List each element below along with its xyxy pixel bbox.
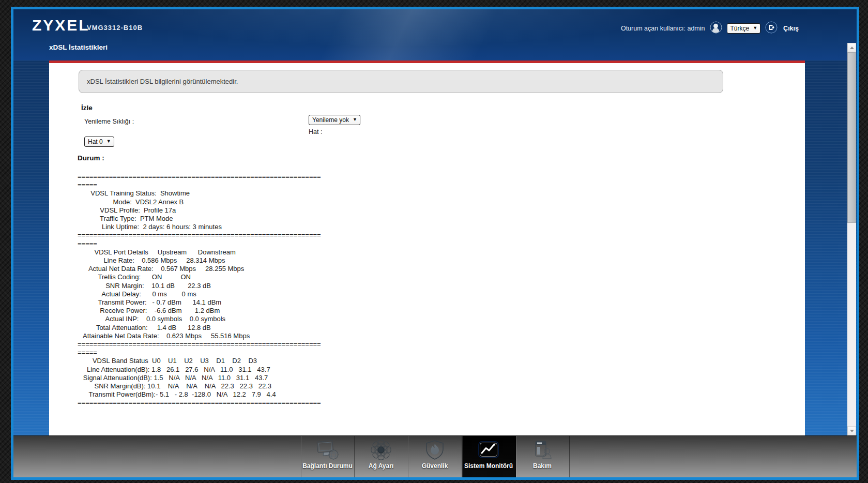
logout-icon[interactable] — [765, 21, 778, 36]
nav-item-label: Bakım — [533, 462, 552, 470]
nav-item-network-setting[interactable]: Ağ Ayarı — [355, 436, 408, 477]
refresh-interval-select[interactable]: Yenileme yok ▼ — [309, 115, 360, 125]
arrow-down-icon — [850, 430, 854, 432]
status-line: ========================================… — [78, 173, 321, 181]
nav-item-label: Güvenlik — [422, 462, 448, 470]
security-icon — [424, 439, 445, 461]
scroll-up-button[interactable] — [847, 43, 856, 52]
nav-item-connection-status[interactable]: Bağlantı Durumu — [301, 436, 355, 477]
top-header: ZYXEL VMG3312-B10B Oturum açan kullanıcı… — [13, 9, 857, 61]
status-line: ========================================… — [78, 231, 321, 239]
line-select-value: Hat 0 — [88, 138, 103, 145]
status-line: Actual INP: 0.0 symbols 0.0 symbols — [78, 315, 321, 323]
refresh-interval-label: Yenileme Sıklığı : — [84, 118, 134, 125]
nav-item-system-monitor[interactable]: Sistem Monitörü — [462, 436, 516, 477]
chevron-down-icon: ▼ — [753, 26, 757, 31]
connection-status-icon — [316, 439, 340, 461]
bottom-navigation-bar: Bağlantı Durumu Ağ Ayarı Güvenlik — [13, 435, 857, 477]
content-panel: xDSL İstatistikleri DSL bilgilerini görü… — [49, 63, 805, 435]
status-line: SNR Margin(dB): 10.1 N/A N/A N/A 22.3 22… — [78, 382, 321, 390]
status-line: Transmit Power(dBm):- 5.1 - 2.8 -128.0 N… — [78, 390, 321, 399]
status-line: Mode: VDSL2 Annex B — [78, 198, 321, 206]
status-line: Traffic Type: PTM Mode — [78, 215, 321, 223]
status-line: VDSL Port Details Upstream Downstream — [78, 248, 321, 256]
status-line: VDSL Band Status U0 U1 U2 U3 D1 D2 D3 — [78, 357, 321, 365]
nav-items-row: Bağlantı Durumu Ağ Ayarı Güvenlik — [13, 436, 857, 477]
status-line: Attainable Net Data Rate: 0.623 Mbps 55.… — [78, 332, 321, 340]
status-line: ===== — [78, 181, 321, 189]
nav-item-label: Bağlantı Durumu — [302, 462, 353, 470]
user-session-row: Oturum açan kullanıcı: admin Türkçe ▼ Çı… — [621, 22, 799, 35]
status-line: SNR Margin: 10.1 dB 22.3 dB — [78, 282, 321, 290]
info-box: xDSL İstatistikleri DSL bilgilerini görü… — [79, 70, 723, 93]
chevron-down-icon: ▼ — [106, 139, 111, 144]
status-line: Receive Power: -6.6 dBm 1.2 dBm — [78, 307, 321, 315]
nav-item-label: Sistem Monitörü — [464, 462, 513, 470]
status-label: Durum : — [78, 154, 104, 162]
status-line: ========================================… — [78, 340, 321, 349]
logout-button[interactable]: Çıkış — [783, 25, 799, 32]
info-box-text: xDSL İstatistikleri DSL bilgilerini görü… — [87, 78, 238, 85]
nav-item-label: Ağ Ayarı — [369, 462, 393, 470]
xdsl-status-text: ========================================… — [78, 173, 321, 407]
status-line: Trellis Coding: ON ON — [78, 273, 321, 281]
vertical-scrollbar[interactable] — [847, 43, 856, 435]
line-select[interactable]: Hat 0 ▼ — [84, 137, 114, 147]
monitor-section-title: İzle — [81, 104, 93, 112]
status-line: Actual Net Data Rate: 0.567 Mbps 28.255 … — [78, 265, 321, 273]
status-line: Link Uptime: 2 days: 6 hours: 3 minutes — [78, 223, 321, 231]
page-title: xDSL İstatistikleri — [49, 43, 108, 51]
router-admin-window: ZYXEL VMG3312-B10B Oturum açan kullanıcı… — [11, 7, 859, 480]
nav-item-security[interactable]: Güvenlik — [408, 436, 462, 477]
status-line: VDSL Training Status: Showtime — [78, 189, 321, 198]
status-line: ========================================… — [78, 399, 321, 407]
status-line: VDSL Profile: Profile 17a — [78, 206, 321, 215]
status-line: Transmit Power: - 0.7 dBm 14.1 dBm — [78, 298, 321, 307]
maintenance-icon — [531, 439, 554, 461]
status-line: Total Attenuation: 1.4 dB 12.8 dB — [78, 324, 321, 332]
status-line: Signal Attenuation(dB): 1.5 N/A N/A N/A … — [78, 374, 321, 382]
language-select[interactable]: Türkçe ▼ — [727, 23, 761, 34]
logged-in-user-text: Oturum açan kullanıcı: admin — [621, 25, 705, 32]
refresh-interval-value: Yenileme yok — [312, 116, 349, 124]
device-model: VMG3312-B10B — [87, 24, 143, 32]
line-label: Hat : — [309, 128, 322, 135]
arrow-up-icon — [850, 47, 854, 49]
status-line: ===== — [78, 240, 321, 248]
language-select-value: Türkçe — [730, 25, 750, 32]
status-line: Line Rate: 0.586 Mbps 28.314 Mbps — [78, 256, 321, 265]
zyxel-logo: ZYXEL — [32, 17, 90, 34]
scroll-down-button[interactable] — [847, 426, 856, 435]
chevron-down-icon: ▼ — [353, 117, 357, 122]
user-avatar-icon — [710, 21, 722, 36]
system-monitor-icon — [477, 439, 500, 461]
scrollbar-thumb[interactable] — [847, 52, 856, 223]
nav-item-maintenance[interactable]: Bakım — [516, 436, 570, 477]
status-line: ===== — [78, 349, 321, 357]
status-line: Line Attenuation(dB): 1.8 26.1 27.6 N/A … — [78, 366, 321, 374]
network-setting-icon — [370, 439, 392, 461]
status-line: Actual Delay: 0 ms 0 ms — [78, 290, 321, 298]
